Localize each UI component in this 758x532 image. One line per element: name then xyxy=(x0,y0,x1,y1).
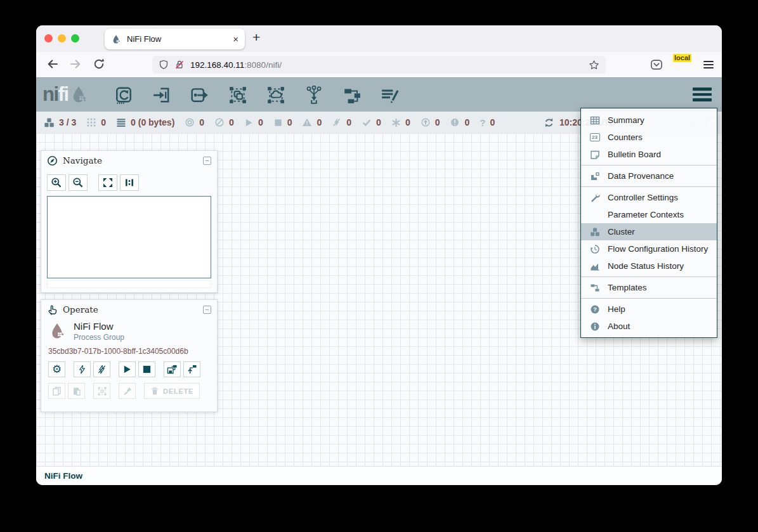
nifi-favicon xyxy=(111,34,121,44)
menu-item-bulletin-board[interactable]: Bulletin Board xyxy=(581,146,717,163)
breadcrumb[interactable]: NiFi Flow xyxy=(44,471,82,481)
global-menu-icon[interactable] xyxy=(693,88,712,101)
running-icon xyxy=(244,118,254,127)
enable-button[interactable] xyxy=(74,361,91,377)
locally-modified-stale-count: 0 xyxy=(464,117,469,127)
sync-failure-status: ? 0 xyxy=(480,117,495,128)
star-icon[interactable] xyxy=(589,60,599,70)
funnel-tool[interactable] xyxy=(304,85,324,105)
operate-buttons-row-1: ⚙ xyxy=(48,361,210,377)
navigate-header[interactable]: Navigate − xyxy=(41,151,217,170)
history-icon xyxy=(589,244,601,254)
question-circle-icon: ? xyxy=(589,304,601,315)
browser-tab[interactable]: NiFi Flow × xyxy=(105,29,245,49)
url-text[interactable]: 192.168.40.11:8080/nifi/ xyxy=(190,60,282,70)
configure-button[interactable]: ⚙ xyxy=(48,361,65,377)
nifi-drop-logo-icon xyxy=(69,84,88,105)
paste-button[interactable] xyxy=(68,383,85,399)
processor-tool[interactable] xyxy=(114,85,134,105)
forward-icon[interactable] xyxy=(69,58,82,70)
start-button[interactable] xyxy=(119,361,136,377)
remote-process-group-tool[interactable] xyxy=(266,85,286,105)
cubes-icon xyxy=(589,227,601,237)
hand-pointer-icon xyxy=(47,304,58,315)
delete-button[interactable]: DELETE xyxy=(144,383,200,399)
menu-item-about[interactable]: About xyxy=(581,318,717,335)
menu-item-help[interactable]: ? Help xyxy=(581,301,717,318)
paste-icon xyxy=(72,386,82,396)
disabled-icon xyxy=(332,117,342,127)
zoom-actual-button[interactable] xyxy=(120,174,139,191)
not-transmitting-icon xyxy=(214,117,225,127)
stopped-count: 0 xyxy=(287,117,292,127)
menu-item-summary[interactable]: Summary xyxy=(581,112,717,129)
profile-badge: local xyxy=(673,54,691,62)
navigate-palette: Navigate − xyxy=(41,150,218,293)
invalid-status: 0 xyxy=(302,117,322,127)
operate-title: Operate xyxy=(63,304,203,315)
play-icon xyxy=(122,365,132,374)
zoom-fit-button[interactable] xyxy=(98,174,117,191)
stale-status: 0 xyxy=(421,117,440,127)
shield-icon[interactable] xyxy=(159,60,169,70)
back-icon[interactable] xyxy=(46,58,59,70)
menu-item-cluster[interactable]: Cluster xyxy=(581,223,717,240)
stop-button[interactable] xyxy=(138,361,155,377)
info-circle-icon xyxy=(589,321,601,332)
running-count: 0 xyxy=(258,117,263,127)
cluster-count: 3 / 3 xyxy=(59,117,76,127)
breadcrumb-bar: NiFi Flow xyxy=(36,466,722,485)
menu-item-controller-settings[interactable]: Controller Settings xyxy=(581,189,717,206)
up-to-date-status: 0 xyxy=(362,117,381,127)
color-button[interactable] xyxy=(119,383,136,399)
component-type: Process Group xyxy=(74,333,124,342)
input-port-tool[interactable] xyxy=(152,85,172,105)
gear-icon: ⚙ xyxy=(52,364,62,375)
group-button[interactable] xyxy=(93,383,110,399)
collapse-operate-icon[interactable]: − xyxy=(203,306,211,314)
collapse-navigate-icon[interactable]: − xyxy=(203,157,211,165)
menu-item-parameter-contexts[interactable]: Parameter Contexts xyxy=(581,206,717,223)
insecure-lock-icon[interactable] xyxy=(174,60,185,70)
menu-item-flow-configuration-history[interactable]: Flow Configuration History xyxy=(581,240,717,257)
copy-button[interactable] xyxy=(48,383,65,399)
close-tab-icon[interactable]: × xyxy=(233,34,239,44)
reload-icon[interactable] xyxy=(93,58,105,70)
zoom-in-button[interactable] xyxy=(47,174,66,191)
navigate-buttons xyxy=(41,170,217,193)
minimize-window-button[interactable] xyxy=(58,34,66,42)
stopped-status: 0 xyxy=(273,117,292,127)
menu-item-counters[interactable]: 23 Counters xyxy=(581,129,717,146)
new-tab-button[interactable]: + xyxy=(252,30,260,45)
upload-template-icon xyxy=(186,364,197,375)
transmitting-count: 0 xyxy=(199,117,204,127)
browser-menu-icon[interactable] xyxy=(703,61,714,68)
zoom-window-button[interactable] xyxy=(71,34,79,42)
up-to-date-count: 0 xyxy=(376,117,381,127)
menu-item-node-status-history[interactable]: Node Status History xyxy=(581,257,717,275)
invalid-icon xyxy=(302,117,312,127)
birdseye-view[interactable] xyxy=(47,196,211,278)
zoom-out-button[interactable] xyxy=(69,174,88,191)
output-port-tool[interactable] xyxy=(190,85,210,105)
url-bar[interactable]: 192.168.40.11:8080/nifi/ xyxy=(152,56,606,74)
component-id: 35cbd3b7-017b-1000-8bff-1c3405c00d6b xyxy=(48,347,210,356)
process-group-tool[interactable] xyxy=(228,85,248,105)
close-window-button[interactable] xyxy=(44,34,53,42)
transmitting-status: 0 xyxy=(185,117,204,127)
provenance-icon xyxy=(589,171,601,181)
refresh-icon[interactable] xyxy=(544,117,554,128)
menu-item-templates[interactable]: Templates xyxy=(581,279,717,296)
pocket-icon[interactable] xyxy=(650,58,663,71)
copy-icon xyxy=(52,386,62,396)
stopped-icon xyxy=(273,118,283,127)
menu-item-data-provenance[interactable]: Data Provenance xyxy=(581,167,717,185)
profile-avatar[interactable]: local xyxy=(675,56,691,73)
threads-icon xyxy=(86,117,96,127)
disable-button[interactable] xyxy=(93,361,110,377)
upload-template-button[interactable] xyxy=(183,361,200,377)
label-tool[interactable] xyxy=(380,85,400,105)
template-tool[interactable] xyxy=(342,85,362,105)
save-template-button[interactable] xyxy=(164,361,181,377)
operate-header[interactable]: Operate − xyxy=(41,300,217,319)
